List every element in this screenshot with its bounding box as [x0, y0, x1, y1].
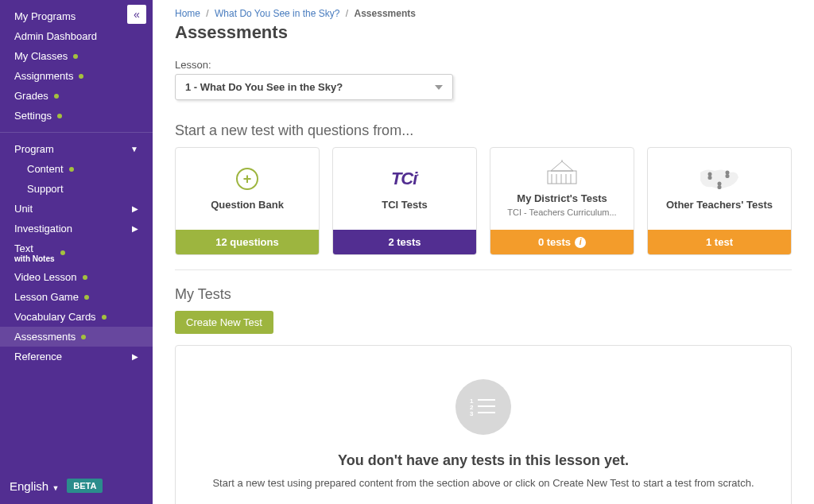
status-dot-icon [69, 167, 74, 172]
svg-text:3: 3 [470, 410, 474, 417]
list-placeholder-icon: 123 [455, 379, 511, 435]
card-tci-tests[interactable]: TCi. TCI Tests 2 tests [332, 147, 477, 255]
sidebar-item-label: Investigation [14, 223, 72, 235]
main-content: Home / What Do You See in the Sky? / Ass… [153, 0, 814, 504]
chevron-right-icon: ▶ [132, 204, 138, 213]
status-dot-icon [79, 74, 83, 79]
svg-rect-15 [478, 399, 495, 401]
sidebar-item-settings[interactable]: Settings [0, 106, 153, 126]
svg-rect-9 [708, 176, 712, 180]
beta-badge: BETA [67, 479, 103, 493]
sidebar-collapse-button[interactable]: « [127, 5, 146, 24]
sidebar-item-label: Reference [14, 351, 62, 362]
people-map-icon [699, 165, 740, 192]
card-question-bank[interactable]: + Question Bank 12 questions [175, 147, 320, 255]
start-test-section-title: Start a new test with questions from... [175, 122, 792, 139]
status-dot-icon [60, 250, 65, 255]
card-footer: 2 tests [333, 230, 476, 254]
page-title: Assessments [175, 22, 792, 43]
status-dot-icon [102, 315, 107, 320]
sidebar-item-label: Program [14, 143, 54, 155]
sidebar-item-label: Settings [14, 110, 52, 122]
card-title: TCI Tests [382, 199, 428, 211]
language-selector[interactable]: English ▼ [10, 479, 59, 493]
svg-rect-11 [726, 174, 730, 178]
svg-point-10 [726, 171, 730, 175]
sidebar-footer: English ▼ BETA [0, 467, 153, 504]
lesson-label: Lesson: [175, 59, 792, 71]
empty-subtitle: Start a new test using prepared content … [192, 477, 775, 489]
lesson-dropdown[interactable]: 1 - What Do You See in the Sky? [175, 74, 453, 100]
sidebar-item-label: Unit [14, 203, 33, 215]
breadcrumb-current: Assessments [355, 8, 416, 19]
sidebar-item-label: Lesson Game [14, 291, 79, 303]
sidebar-item-reference[interactable]: Reference ▶ [0, 347, 153, 366]
sidebar-item-label: Vocabulary Cards [14, 311, 96, 323]
sidebar-item-my-classes[interactable]: My Classes [0, 46, 153, 66]
status-dot-icon [81, 335, 86, 339]
sidebar-item-video-lesson[interactable]: Video Lesson [0, 267, 153, 287]
sidebar-item-label: Grades [14, 90, 48, 102]
sidebar-item-label: Admin Dashboard [14, 30, 97, 42]
sidebar-program-nav: Program ▼ Content Support Unit ▶ Investi… [0, 132, 153, 366]
chevron-down-icon [435, 85, 443, 90]
status-dot-icon [73, 54, 78, 59]
building-icon [543, 159, 581, 186]
sidebar-item-content[interactable]: Content [0, 159, 153, 179]
breadcrumb-home[interactable]: Home [175, 8, 200, 19]
test-source-cards: + Question Bank 12 questions TCi. TCI Te… [175, 147, 792, 255]
sidebar-item-vocabulary-cards[interactable]: Vocabulary Cards [0, 307, 153, 327]
card-title: My District's Tests [517, 192, 607, 204]
card-district-tests[interactable]: My District's Tests TCI - Teachers Curri… [490, 147, 634, 255]
svg-point-8 [708, 173, 712, 176]
sidebar-item-admin-dashboard[interactable]: Admin Dashboard [0, 26, 153, 46]
sidebar-item-label: My Classes [14, 50, 68, 62]
sidebar-item-text[interactable]: Text with Notes [0, 238, 153, 267]
breadcrumb-lesson[interactable]: What Do You See in the Sky? [215, 8, 339, 19]
sidebar-item-assignments[interactable]: Assignments [0, 66, 153, 86]
card-footer: 12 questions [176, 230, 319, 254]
chevron-down-icon: ▼ [130, 145, 138, 153]
card-footer: 1 test [648, 230, 791, 254]
sidebar-item-label: Text with Notes [14, 242, 55, 263]
divider [175, 269, 792, 270]
card-footer: 0 tests i [490, 230, 634, 254]
status-dot-icon [54, 94, 59, 99]
sidebar-item-label: Support [27, 183, 64, 195]
svg-marker-1 [551, 161, 573, 171]
chevron-right-icon: ▶ [132, 352, 138, 361]
sidebar-item-program[interactable]: Program ▼ [0, 139, 153, 159]
info-icon: i [575, 237, 586, 248]
sidebar-item-unit[interactable]: Unit ▶ [0, 199, 153, 219]
tci-logo-icon: TCi. [391, 165, 418, 192]
sidebar-item-grades[interactable]: Grades [0, 86, 153, 106]
caret-down-icon: ▼ [52, 484, 59, 492]
plus-circle-icon: + [236, 165, 258, 192]
svg-rect-13 [718, 185, 722, 189]
sidebar-item-label: Content [27, 163, 64, 175]
sidebar: « My Programs Admin Dashboard My Classes… [0, 0, 153, 504]
card-title: Other Teachers' Tests [666, 199, 773, 211]
status-dot-icon [84, 295, 89, 300]
status-dot-icon [57, 114, 62, 118]
empty-tests-state: 123 You don't have any tests in this les… [175, 345, 792, 504]
sidebar-item-investigation[interactable]: Investigation ▶ [0, 219, 153, 238]
sidebar-item-label: Assessments [14, 331, 76, 343]
collapse-icon: « [134, 8, 140, 21]
empty-title: You don't have any tests in this lesson … [192, 452, 775, 469]
svg-rect-17 [478, 405, 495, 407]
breadcrumb: Home / What Do You See in the Sky? / Ass… [175, 8, 792, 19]
sidebar-item-lesson-game[interactable]: Lesson Game [0, 287, 153, 307]
sidebar-item-assessments[interactable]: Assessments [0, 327, 153, 347]
sidebar-item-label: Video Lesson [14, 271, 77, 283]
sidebar-item-label: Assignments [14, 70, 73, 82]
card-subtitle: TCI - Teachers Curriculum... [507, 207, 616, 217]
sidebar-item-label: My Programs [14, 10, 76, 22]
card-other-teachers-tests[interactable]: Other Teachers' Tests 1 test [647, 147, 792, 255]
my-tests-title: My Tests [175, 286, 792, 303]
create-new-test-button[interactable]: Create New Test [175, 311, 273, 334]
card-title: Question Bank [211, 199, 284, 211]
chevron-right-icon: ▶ [132, 224, 138, 233]
sidebar-item-support[interactable]: Support [0, 179, 153, 199]
svg-point-12 [718, 182, 722, 186]
